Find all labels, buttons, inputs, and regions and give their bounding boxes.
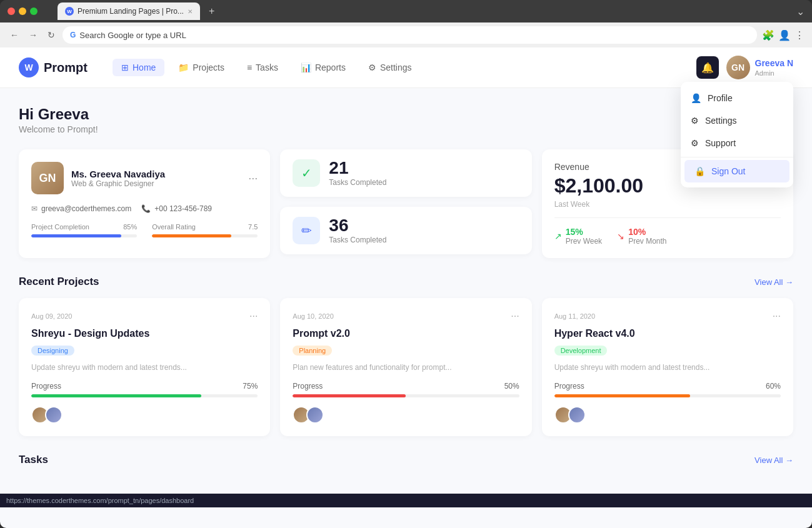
dropdown-settings[interactable]: ⚙ Settings xyxy=(681,109,793,132)
project-1-header: Aug 09, 2020 ··· xyxy=(31,311,258,322)
dropdown-signout[interactable]: 🔒 Sign Out xyxy=(684,160,789,182)
recent-projects-header: Recent Projects View All → xyxy=(19,276,793,288)
extensions-icon[interactable]: 🧩 xyxy=(762,29,774,41)
task-2-count: 36 xyxy=(329,217,386,234)
minimize-button[interactable] xyxy=(19,7,26,15)
greeting-title: Hi Greeva xyxy=(19,106,793,123)
project-3-avatars xyxy=(554,406,781,424)
tasks-section-header: Tasks View All → xyxy=(19,454,793,466)
nav-reports[interactable]: 📊 Reports xyxy=(292,59,354,76)
prev-week-label: Prev Week xyxy=(566,237,602,246)
nav-links: ⊞ Home 📁 Projects ≡ Tasks 📊 Reports ⚙ xyxy=(113,59,696,76)
project-1-avatar-2 xyxy=(45,406,63,424)
project-2-badge: Planning xyxy=(293,346,332,356)
revenue-period: Last Week xyxy=(554,200,781,209)
nav-projects-label: Projects xyxy=(193,62,224,72)
notification-button[interactable]: 🔔 xyxy=(696,56,719,79)
profile-contact: ✉ greeva@coderthemes.com 📞 +00 123-456-7… xyxy=(31,204,258,213)
support-menu-icon: ⚙ xyxy=(691,138,699,148)
rating-progress-bar xyxy=(152,234,258,237)
url-input[interactable]: G Search Google or type a URL xyxy=(63,26,757,44)
task-2-label: Tasks Completed xyxy=(329,236,386,244)
task-pencil-icon: ✏ xyxy=(293,217,320,244)
nav-settings[interactable]: ⚙ Settings xyxy=(359,59,421,76)
project-2-progress-pct: 50% xyxy=(504,382,519,391)
phone-text: +00 123-456-789 xyxy=(154,204,212,213)
menu-icon[interactable]: ⋮ xyxy=(794,29,804,41)
nav-projects[interactable]: 📁 Projects xyxy=(169,59,233,76)
tab-close-icon[interactable]: ✕ xyxy=(188,8,193,15)
google-icon: G xyxy=(70,31,76,39)
prev-month-info: 10% Prev Month xyxy=(628,227,666,246)
tab-favicon: W xyxy=(65,7,74,16)
project-1-avatars xyxy=(31,406,258,424)
profile-more-button[interactable]: ··· xyxy=(248,172,258,185)
new-tab-button[interactable]: + xyxy=(205,6,218,17)
prev-week-pct: 15% xyxy=(566,227,602,237)
phone-icon: 📞 xyxy=(141,204,151,213)
prev-month-label: Prev Month xyxy=(628,237,666,246)
project-2-progress-fill xyxy=(293,394,406,397)
project-2-date: Aug 10, 2020 xyxy=(293,312,333,320)
project-2-progress-label: Progress xyxy=(293,382,323,391)
project-3-progress-bar xyxy=(554,394,781,397)
browser-window: W Premium Landing Pages | Pro... ✕ + ⌄ ←… xyxy=(0,0,812,528)
dropdown-support[interactable]: ⚙ Support xyxy=(681,132,793,154)
project-3-avatar-2 xyxy=(568,406,586,424)
user-menu-trigger[interactable]: GN Greeva N Admin xyxy=(726,56,793,79)
profile-job-title: Web & Graphic Designer xyxy=(71,179,165,188)
title-bar: W Premium Landing Pages | Pro... ✕ + ⌄ xyxy=(0,0,812,22)
project-1-progress-row: Progress 75% xyxy=(31,382,258,391)
arrow-down-icon: ↘ xyxy=(617,231,624,241)
project-completion-value: 85% xyxy=(123,223,137,231)
project-2-name: Prompt v2.0 xyxy=(293,328,519,339)
reload-button[interactable]: ↻ xyxy=(45,27,58,42)
nav-tasks-label: Tasks xyxy=(256,62,278,72)
project-card-2: Aug 10, 2020 ··· Prompt v2.0 Planning Pl… xyxy=(280,298,531,436)
user-dropdown: 👤 Profile ⚙ Settings ⚙ Support 🔒 Sign Ou… xyxy=(681,82,793,187)
project-3-more-button[interactable]: ··· xyxy=(773,311,781,322)
project-card-1: Aug 09, 2020 ··· Shreyu - Design Updates… xyxy=(19,298,270,436)
signout-icon: 🔒 xyxy=(694,166,705,176)
projects-view-all[interactable]: View All → xyxy=(754,277,793,287)
browser-actions: 🧩 👤 ⋮ xyxy=(762,29,804,41)
nav-home[interactable]: ⊞ Home xyxy=(113,59,164,76)
project-2-progress-row: Progress 50% xyxy=(293,382,519,391)
project-2-more-button[interactable]: ··· xyxy=(511,311,519,322)
nav-tasks[interactable]: ≡ Tasks xyxy=(238,59,287,76)
status-url: https://themes.coderthemes.com/prompt_tn… xyxy=(6,497,194,504)
profile-name: Ms. Greeva Navadiya xyxy=(71,169,165,179)
task-2-info: 36 Tasks Completed xyxy=(329,217,386,244)
revenue-stats: ↗ 15% Prev Week ↘ 10% Prev Month xyxy=(554,227,781,246)
tasks-view-all[interactable]: View All → xyxy=(754,456,793,465)
tasks-section-title: Tasks xyxy=(19,454,48,466)
forward-button[interactable]: → xyxy=(26,27,40,42)
project-1-badge: Designing xyxy=(31,346,74,356)
project-1-progress-bar xyxy=(31,394,258,397)
browser-tab[interactable]: W Premium Landing Pages | Pro... ✕ xyxy=(58,2,200,20)
tab-title: Premium Landing Pages | Pro... xyxy=(78,7,184,16)
logo-text: Prompt xyxy=(44,61,88,75)
profile-icon[interactable]: 👤 xyxy=(778,29,791,41)
project-1-more-button[interactable]: ··· xyxy=(249,311,258,322)
url-text: Search Google or type a URL xyxy=(79,31,186,40)
rating-progress-fill xyxy=(152,234,231,237)
project-3-name: Hyper React v4.0 xyxy=(554,328,781,339)
project-3-progress-label: Progress xyxy=(554,382,584,391)
reports-icon: 📊 xyxy=(301,62,311,72)
dropdown-profile[interactable]: 👤 Profile xyxy=(681,87,793,109)
recent-projects-title: Recent Projects xyxy=(19,276,99,288)
back-button[interactable]: ← xyxy=(8,27,21,42)
close-button[interactable] xyxy=(8,7,15,15)
profile-avatar: GN xyxy=(31,162,64,194)
task-1-count: 21 xyxy=(329,159,386,177)
greeting: Hi Greeva Welcome to Prompt! xyxy=(19,106,793,134)
email-icon: ✉ xyxy=(31,204,38,213)
email-contact: ✉ greeva@coderthemes.com xyxy=(31,204,131,213)
nav-home-label: Home xyxy=(133,62,156,72)
settings-menu-icon: ⚙ xyxy=(691,116,699,126)
project-3-desc: Update shreyu with modern and latest tre… xyxy=(554,362,781,373)
maximize-button[interactable] xyxy=(30,7,38,15)
nav-reports-label: Reports xyxy=(315,62,346,72)
tasks-icon: ≡ xyxy=(247,62,252,72)
